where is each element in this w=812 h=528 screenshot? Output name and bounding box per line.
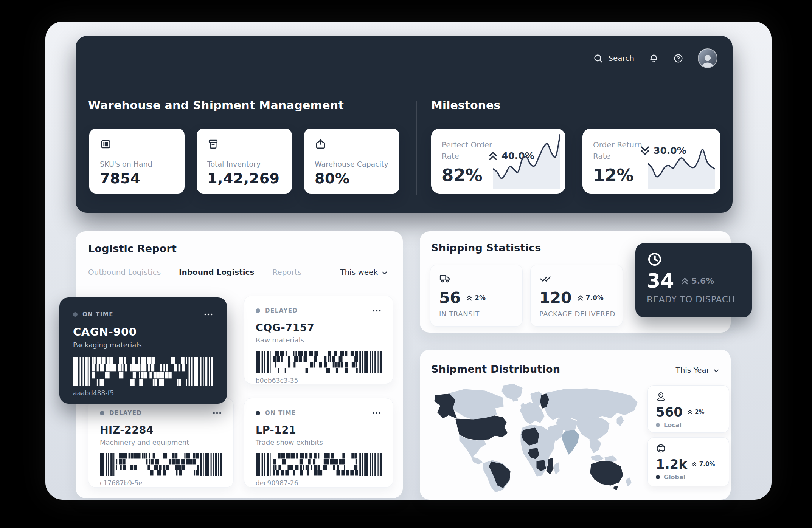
search-label: Search	[608, 54, 634, 63]
dispatch-delta: 5.6%	[681, 276, 714, 286]
ellipsis-menu-icon[interactable]	[372, 408, 382, 418]
shipping-statistics-panel: Shipping Statistics 562%IN TRANSIT1207.0…	[420, 231, 731, 333]
badge-value: 1.2k	[656, 457, 687, 472]
stat-label: SKU's on Hand	[100, 160, 174, 168]
shipping-statistics-title: Shipping Statistics	[431, 242, 541, 254]
dispatch-label: READY TO DISPACH	[647, 294, 741, 304]
logistic-tabs: Outbound LogisticsInbound LogisticsRepor…	[88, 268, 301, 277]
stat-label: PACKAGE DELIVERED	[539, 310, 614, 318]
globe-icon	[656, 443, 666, 454]
shipment-code: CAGN-900	[73, 325, 213, 338]
shipment-status-row: DELAYED	[100, 408, 222, 418]
double-chevron-up-icon	[466, 295, 472, 301]
ellipsis-menu-icon[interactable]	[203, 310, 213, 319]
bell-icon[interactable]	[649, 53, 659, 63]
shipment-card[interactable]: ON TIMELP-121Trade show exhibitsdec90987…	[244, 398, 393, 488]
stat-value: 1,42,269	[207, 170, 281, 187]
help-icon[interactable]	[673, 53, 683, 63]
stat-value: 7854	[100, 170, 174, 187]
double-chevron-up-icon	[681, 277, 689, 285]
badge-dot	[656, 423, 660, 427]
nav-divider	[88, 81, 720, 81]
milestone-card[interactable]: Order Return Rate30.0%12%	[582, 129, 720, 194]
inventory-icon	[207, 138, 219, 150]
shipment-card[interactable]: DELAYEDCQG-7157Raw materialsb0eb63c3-35	[244, 296, 393, 384]
clock-icon	[647, 251, 663, 267]
milestone-sparkline	[648, 144, 715, 189]
logistic-period-label: This week	[340, 268, 378, 277]
hero-stat-card[interactable]: SKU's on Hand7854	[89, 129, 185, 194]
app-shell: Search Warehouse and Shipment Management…	[45, 22, 772, 500]
milestone-cards: Perfect Order Rate40.0%82%Order Return R…	[431, 129, 720, 194]
truck-icon	[439, 273, 451, 284]
shipment-code: CQG-7157	[256, 322, 382, 333]
search-button[interactable]: Search	[593, 53, 634, 63]
shipment-status-row: DELAYED	[256, 306, 382, 316]
delta: 2%	[687, 409, 704, 415]
search-icon	[593, 53, 603, 63]
shipment-barcode	[100, 453, 222, 476]
stat-label: IN TRANSIT	[439, 310, 514, 318]
status-dot	[256, 308, 260, 313]
shipment-barcode	[73, 357, 213, 386]
tab-reports[interactable]: Reports	[272, 268, 301, 277]
delta: 7.0%	[577, 294, 604, 302]
tab-inbound-logistics[interactable]: Inbound Logistics	[179, 268, 254, 277]
milestone-value: 12%	[593, 165, 634, 185]
milestone-card[interactable]: Perfect Order Rate40.0%82%	[431, 129, 565, 194]
badge-label: Global	[664, 474, 685, 481]
shipment-card[interactable]: DELAYEDHIZ-2284Machinery and equipmentc1…	[88, 398, 234, 488]
status-dot	[73, 312, 78, 317]
shipment-barcode	[256, 453, 382, 476]
stat-label: Warehouse Capacity	[315, 160, 389, 168]
shipping-stat-card[interactable]: 1207.0%PACKAGE DELIVERED	[530, 265, 623, 327]
milestone-sparkline	[493, 134, 560, 189]
logistic-report-title: Logistic Report	[88, 243, 177, 254]
distribution-period-dropdown[interactable]: This Year	[675, 365, 719, 375]
hero-section-divider	[416, 101, 417, 195]
status-badge: ON TIME	[265, 410, 296, 417]
dashboard: Search Warehouse and Shipment Management…	[0, 0, 812, 528]
status-dot	[256, 411, 260, 415]
world-map	[427, 383, 645, 494]
page-title: Warehouse and Shipment Management	[88, 99, 344, 112]
logistic-report-panel: Logistic Report Outbound LogisticsInboun…	[76, 231, 403, 498]
status-badge: DELAYED	[109, 410, 142, 417]
shipment-barcode	[256, 351, 382, 373]
milestones-title: Milestones	[431, 99, 500, 112]
hero-stat-card[interactable]: Total Inventory1,42,269	[197, 129, 292, 194]
stat-value: 56	[439, 289, 461, 307]
hero-stat-cards: SKU's on Hand7854Total Inventory1,42,269…	[89, 129, 399, 194]
avatar[interactable]	[698, 48, 717, 68]
shipment-barcode-id: dec90987-26	[256, 479, 382, 487]
shipment-description: Packaging materials	[73, 341, 213, 349]
double-chevron-up-icon	[692, 461, 697, 467]
chevron-down-icon	[382, 270, 388, 276]
double-chevron-up-icon	[577, 295, 584, 301]
logistic-period-dropdown[interactable]: This week	[340, 268, 388, 277]
ellipsis-menu-icon[interactable]	[212, 408, 222, 418]
ready-to-dispatch-card[interactable]: 34 5.6% READY TO DISPACH	[635, 243, 752, 317]
distribution-badge[interactable]: 5602%Local	[647, 385, 729, 433]
status-badge: ON TIME	[82, 311, 113, 318]
distribution-badge[interactable]: 1.2k7.0%Global	[647, 437, 729, 486]
hero-stat-card[interactable]: Warehouse Capacity80%	[304, 129, 399, 194]
status-dot	[100, 411, 104, 415]
chevron-down-icon	[713, 368, 719, 374]
delta: 2%	[466, 294, 486, 302]
delta: 7.0%	[692, 461, 715, 468]
double-check-icon	[539, 273, 551, 284]
shipment-description: Machinery and equipment	[100, 438, 222, 446]
ellipsis-menu-icon[interactable]	[372, 306, 382, 316]
capacity-icon	[315, 138, 326, 150]
shipment-description: Raw materials	[256, 336, 382, 344]
shipment-distribution-panel: Shipment Distribution This Year	[420, 350, 731, 500]
tab-outbound-logistics[interactable]: Outbound Logistics	[88, 268, 161, 277]
shipment-code: HIZ-2284	[100, 424, 222, 436]
location-pin-icon	[656, 391, 666, 401]
badge-dot	[656, 475, 660, 479]
shipping-stat-card[interactable]: 562%IN TRANSIT	[430, 265, 523, 327]
shipment-distribution-title: Shipment Distribution	[431, 363, 560, 375]
shipment-card[interactable]: ON TIMECAGN-900Packaging materialsaaabd4…	[59, 297, 227, 404]
stat-value: 80%	[315, 170, 389, 187]
